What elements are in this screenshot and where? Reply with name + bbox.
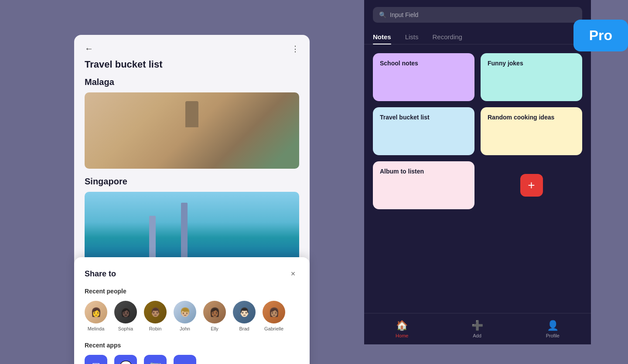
avatar-robin-face: 👨🏽: [144, 301, 167, 323]
avatar-melinda: 👩: [85, 301, 107, 323]
back-button[interactable]: ←: [85, 44, 93, 54]
instagram-icon: 📷: [144, 355, 167, 364]
note-card-title-travel: Travel bucket list: [380, 114, 430, 121]
malaga-image: [85, 92, 299, 169]
note-card-funny-jokes[interactable]: Funny jokes: [481, 53, 582, 101]
note-card-title-cooking: Random cooking ideas: [488, 114, 554, 121]
note-title: Travel bucket list: [74, 59, 310, 77]
avatar-sophia: 👩🏿: [114, 301, 137, 323]
person-john[interactable]: 👦🏼 John: [174, 301, 196, 331]
note-card-album[interactable]: Album to listen: [373, 161, 474, 209]
search-bar[interactable]: 🔍 Input Field: [373, 7, 582, 23]
person-name-brad: Brad: [239, 326, 249, 331]
person-gabrielle[interactable]: 👩🏽 Gabrielle: [263, 301, 285, 331]
person-sophia[interactable]: 👩🏿 Sophia: [114, 301, 137, 331]
close-modal-button[interactable]: ×: [287, 268, 299, 280]
tab-recording[interactable]: Recording: [433, 30, 462, 44]
person-melinda[interactable]: 👩 Melinda: [85, 301, 107, 331]
tabs-row: Notes Lists Recording: [364, 30, 591, 44]
person-name-gabrielle: Gabrielle: [264, 326, 283, 331]
nav-add-label: Add: [473, 333, 481, 338]
avatar-gabrielle-face: 👩🏽: [263, 301, 285, 323]
bottom-nav: 🏠 Home ➕ Add 👤 Profile: [364, 313, 591, 344]
profile-icon: 👤: [547, 320, 559, 331]
avatar-melinda-face: 👩: [85, 301, 107, 323]
avatar-robin: 👨🏽: [144, 301, 167, 323]
avatar-brad-face: 👨🏻: [233, 301, 256, 323]
avatar-john: 👦🏼: [174, 301, 196, 323]
avatar-sophia-face: 👩🏿: [114, 301, 137, 323]
app-sms[interactable]: 💬 SMS: [114, 355, 137, 364]
avatar-brad: 👨🏻: [233, 301, 256, 323]
person-robin[interactable]: 👨🏽 Robin: [144, 301, 167, 331]
add-card-wrapper: +: [481, 161, 582, 209]
nav-profile[interactable]: 👤 Profile: [546, 320, 560, 338]
singapore-image: [85, 192, 299, 268]
city-singapore: Singapore: [85, 177, 299, 187]
person-name-john: John: [180, 326, 190, 331]
avatar-gabrielle: 👩🏽: [263, 301, 285, 323]
note-card-school-notes[interactable]: School notes: [373, 53, 474, 101]
note-header: ← ⋮: [74, 35, 310, 59]
person-name-sophia: Sophia: [118, 326, 133, 331]
note-card-cooking[interactable]: Random cooking ideas: [481, 107, 582, 155]
home-icon: 🏠: [396, 320, 408, 331]
tab-lists[interactable]: Lists: [405, 30, 419, 44]
person-name-elly: Elly: [211, 326, 218, 331]
share-modal-title: Share to: [85, 269, 116, 279]
share-modal: Share to × Recent people 👩 Melinda 👩🏿 So…: [74, 257, 310, 364]
nav-profile-label: Profile: [546, 333, 560, 338]
nav-home[interactable]: 🏠 Home: [396, 320, 408, 338]
avatar-elly-face: 👩🏾: [203, 301, 226, 323]
note-card-travel[interactable]: Travel bucket list: [373, 107, 474, 155]
add-note-button[interactable]: +: [520, 174, 543, 197]
avatar-elly: 👩🏾: [203, 301, 226, 323]
apps-row: ✉ Email 💬 SMS 📷 Instagram ··· Other: [85, 355, 299, 364]
note-card-title-jokes: Funny jokes: [488, 60, 523, 67]
app-instagram[interactable]: 📷 Instagram: [144, 355, 167, 364]
nav-add[interactable]: ➕ Add: [471, 320, 483, 338]
tab-notes[interactable]: Notes: [373, 30, 391, 44]
recent-apps-label: Recent apps: [85, 342, 299, 349]
note-card-title-album: Album to listen: [380, 168, 424, 175]
share-modal-header: Share to ×: [85, 268, 299, 280]
note-card-title-school: School notes: [380, 60, 418, 67]
recent-people-label: Recent people: [85, 288, 299, 295]
email-icon: ✉: [85, 355, 107, 364]
notes-app-panel: 🔍 Input Field Notes Lists Recording Scho…: [364, 0, 591, 344]
search-icon: 🔍: [379, 11, 386, 18]
avatar-john-face: 👦🏼: [174, 301, 196, 323]
people-row: 👩 Melinda 👩🏿 Sophia 👨🏽 Robin 👦🏼 John 👩🏾: [85, 301, 299, 331]
app-other[interactable]: ··· Other: [174, 355, 196, 364]
search-input-placeholder: Input Field: [390, 11, 418, 18]
app-email[interactable]: ✉ Email: [85, 355, 107, 364]
sms-icon: 💬: [114, 355, 137, 364]
other-icon: ···: [174, 355, 196, 364]
city-malaga: Malaga: [85, 77, 299, 87]
person-brad[interactable]: 👨🏻 Brad: [233, 301, 256, 331]
person-elly[interactable]: 👩🏾 Elly: [203, 301, 226, 331]
person-name-robin: Robin: [149, 326, 162, 331]
pro-badge[interactable]: Pro: [573, 20, 628, 51]
nav-home-label: Home: [396, 333, 408, 338]
share-button[interactable]: ⋮: [291, 44, 299, 54]
add-icon: ➕: [471, 320, 483, 331]
person-name-melinda: Melinda: [88, 326, 105, 331]
notes-grid: School notes Funny jokes Travel bucket l…: [364, 53, 591, 209]
